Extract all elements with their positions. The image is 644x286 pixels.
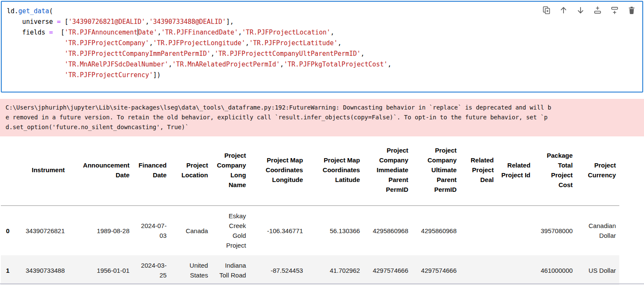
table-cell: 461000000 [534, 255, 576, 285]
column-header: Project Map Coordinates Latitude [306, 139, 363, 206]
move-cell-up-icon [559, 6, 568, 16]
table-cell: US Dollar [576, 255, 619, 285]
cell-toolbar [540, 5, 637, 17]
column-header: Project Company Ultimate Parent PermID [412, 139, 460, 206]
delete-cell-icon [627, 6, 636, 16]
table-cell: United States [170, 255, 211, 285]
table-cell: Eskay Creek Gold Project [211, 206, 249, 256]
column-header: Related Project Id [497, 139, 534, 206]
table-cell: 34390726821 [13, 206, 68, 256]
table-cell: 4295860968 [412, 206, 460, 256]
column-header: Financed Date [133, 139, 170, 206]
move-cell-up-button[interactable] [558, 5, 569, 17]
move-cell-down-button[interactable] [575, 5, 586, 17]
duplicate-cell-icon [542, 6, 551, 16]
table-cell: 56.130366 [306, 206, 363, 256]
code-line: 'TR.MnARelPJFSdcDealNumber','TR.MnARelat… [7, 59, 637, 70]
column-header: Related Project Deal [460, 139, 497, 206]
table-cell: Indiana Toll Road [211, 255, 249, 285]
warning-line: C:\Users\jphuriph\jupyter\Lib\site-packa… [6, 103, 638, 113]
stderr-warning-output: C:\Users\jphuriph\jupyter\Lib\site-packa… [0, 99, 644, 136]
column-header: Announcement Date [68, 139, 133, 206]
table-cell: 2024-07-03 [133, 206, 170, 256]
table-cell: 41.702962 [306, 255, 363, 285]
table-cell: 2024-03-25 [133, 255, 170, 285]
table-cell: Canadian Dollar [576, 206, 619, 256]
table-cell [497, 255, 534, 285]
column-header: Project Currency [576, 139, 619, 206]
insert-cell-above-icon [593, 6, 602, 16]
column-header: Instrument [13, 139, 68, 206]
table-cell: 4295860968 [363, 206, 411, 256]
table-cell [497, 206, 534, 256]
column-header: Project Company Long Name [211, 139, 249, 206]
table-cell: 4297574666 [412, 255, 460, 285]
table-cell: -87.524453 [250, 255, 307, 285]
table-cell: 1956-01-01 [68, 255, 133, 285]
table-cell [460, 255, 497, 285]
duplicate-cell-button[interactable] [540, 5, 552, 17]
code-line: universe = ['34390726821@DEALID','343907… [7, 17, 637, 27]
table-row: 0343907268211989-08-282024-07-03CanadaEs… [1, 206, 619, 256]
code-line: 'TR.PJFProjectCurrency']) [7, 70, 637, 81]
warning-line: d.set_option('future.no_silent_downcasti… [6, 122, 638, 132]
table-cell [460, 206, 497, 256]
code-editor[interactable]: ld.get_data( universe = ['34390726821@DE… [7, 6, 637, 81]
column-header: Project Location [170, 139, 211, 206]
table-header-row: InstrumentAnnouncement DateFinanced Date… [1, 139, 619, 206]
output-bottom-divider [0, 283, 644, 284]
table-cell: Canada [170, 206, 211, 256]
insert-cell-below-button[interactable] [609, 5, 620, 17]
table-cell: -106.346771 [250, 206, 307, 256]
column-header: Project Map Coordinates Longitude [250, 139, 307, 206]
dataframe-table: InstrumentAnnouncement DateFinanced Date… [1, 139, 619, 286]
code-line: 'TR.PJFProjecttCompanyImmParentPermID','… [7, 49, 637, 59]
index-column-header [1, 139, 13, 206]
table-cell: 1989-08-28 [68, 206, 133, 256]
move-cell-down-icon [576, 6, 585, 16]
row-index: 0 [1, 206, 13, 256]
code-line: fields = ['TR.PJFAnnouncementDate','TR.P… [7, 27, 637, 38]
row-index: 1 [1, 255, 13, 285]
dataframe-output-area: InstrumentAnnouncement DateFinanced Date… [0, 139, 644, 286]
table-cell: 395708000 [534, 206, 576, 256]
column-header: Package Total Project Cost [534, 139, 576, 206]
insert-cell-below-icon [610, 6, 619, 16]
warning-line: e removed in a future version. To retain… [6, 113, 638, 122]
table-cell: 4297574666 [363, 255, 411, 285]
delete-cell-button[interactable] [626, 5, 637, 17]
column-header: Project Company Immediate Parent PermID [363, 139, 411, 206]
code-cell[interactable]: ld.get_data( universe = ['34390726821@DE… [1, 1, 643, 92]
code-line: 'TR.PJFProjectCompany','TR.PJFProjectLon… [7, 38, 637, 49]
table-cell: 34390733488 [13, 255, 68, 285]
notebook-page: ld.get_data( universe = ['34390726821@DE… [0, 1, 644, 286]
table-row: 1343907334881956-01-012024-03-25United S… [1, 255, 619, 285]
insert-cell-above-button[interactable] [592, 5, 603, 17]
